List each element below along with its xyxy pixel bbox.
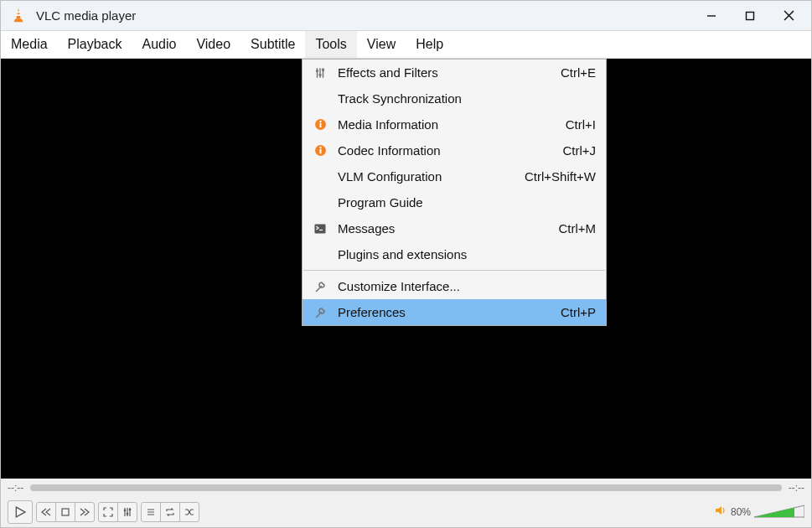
dropdown-separator (303, 270, 605, 271)
menu-item-plugins-and-extensions[interactable]: Plugins and extensions (303, 241, 606, 267)
sliders-icon (311, 67, 329, 79)
menu-item-effects-and-filters[interactable]: Effects and FiltersCtrl+E (303, 60, 606, 85)
speaker-icon[interactable] (714, 504, 727, 520)
maximize-button[interactable] (731, 3, 769, 28)
menu-item-label: VLM Configuration (338, 169, 525, 184)
info-icon (311, 144, 329, 157)
extended-settings-button[interactable] (118, 503, 137, 521)
close-button[interactable] (769, 3, 808, 28)
terminal-icon (311, 224, 329, 234)
menu-item-preferences[interactable]: PreferencesCtrl+P (303, 299, 606, 325)
volume-control: 80% (714, 504, 804, 520)
seek-slider[interactable] (30, 484, 781, 491)
menu-item-codec-information[interactable]: Codec InformationCtrl+J (303, 137, 606, 163)
menu-subtitle[interactable]: Subtitle (240, 31, 305, 58)
menu-item-vlm-configuration[interactable]: VLM ConfigurationCtrl+Shift+W (303, 163, 606, 189)
play-button[interactable] (8, 501, 32, 523)
vlc-cone-icon (9, 7, 28, 25)
video-area: Effects and FiltersCtrl+ETrack Synchroni… (1, 59, 811, 479)
menu-item-label: Customize Interface... (338, 279, 596, 293)
menu-item-label: Track Synchronization (338, 91, 596, 106)
info-icon (311, 118, 329, 131)
menu-tools[interactable]: Tools (305, 31, 356, 58)
svg-rect-13 (319, 149, 321, 153)
menu-item-shortcut: Ctrl+I (566, 117, 596, 132)
svg-point-7 (318, 73, 321, 75)
svg-point-6 (316, 70, 318, 72)
loop-button[interactable] (161, 503, 179, 521)
controls-bar: 80% (1, 497, 811, 527)
menu-item-label: Codec Information (338, 143, 562, 158)
app-window: VLC media player MediaPlaybackAudioVideo… (0, 0, 812, 528)
elapsed-time: --:-- (8, 482, 23, 494)
svg-point-14 (319, 147, 321, 148)
svg-rect-1 (17, 14, 21, 16)
svg-rect-15 (315, 224, 326, 233)
menu-view[interactable]: View (357, 31, 406, 58)
stop-button[interactable] (56, 503, 75, 521)
remaining-time: --:-- (789, 482, 804, 494)
menu-item-shortcut: Ctrl+P (561, 305, 596, 319)
menu-playback[interactable]: Playback (58, 31, 132, 58)
volume-slider[interactable] (754, 504, 804, 520)
menu-item-program-guide[interactable]: Program Guide (303, 189, 606, 215)
svg-rect-3 (747, 12, 754, 19)
menu-item-shortcut: Ctrl+J (562, 143, 596, 158)
window-title: VLC media player (36, 8, 692, 23)
menu-item-shortcut: Ctrl+M (558, 221, 596, 236)
playlist-button[interactable] (142, 503, 160, 521)
wrench-icon (311, 307, 329, 318)
menu-item-track-synchronization[interactable]: Track Synchronization (303, 85, 606, 111)
menu-item-label: Messages (338, 221, 558, 236)
previous-button[interactable] (37, 503, 55, 521)
menu-item-media-information[interactable]: Media InformationCtrl+I (303, 111, 606, 137)
shuffle-button[interactable] (180, 503, 199, 521)
svg-rect-0 (17, 11, 20, 13)
menu-item-label: Media Information (338, 117, 566, 132)
svg-rect-10 (319, 123, 321, 127)
menu-media[interactable]: Media (1, 31, 58, 58)
next-button[interactable] (75, 503, 94, 521)
menu-item-messages[interactable]: MessagesCtrl+M (303, 215, 606, 241)
menu-video[interactable]: Video (186, 31, 240, 58)
minimize-button[interactable] (692, 3, 731, 28)
svg-point-8 (322, 68, 324, 70)
menu-item-shortcut: Ctrl+E (561, 65, 596, 80)
seek-bar-row: --:-- --:-- (1, 479, 811, 497)
svg-point-11 (319, 121, 321, 122)
wrench-icon (311, 281, 329, 292)
svg-point-20 (129, 509, 132, 511)
menu-item-shortcut: Ctrl+Shift+W (525, 169, 596, 184)
menu-item-customize-interface[interactable]: Customize Interface... (303, 273, 606, 299)
volume-percent: 80% (731, 506, 751, 518)
window-controls (692, 3, 808, 28)
svg-rect-17 (62, 509, 69, 515)
menu-item-label: Plugins and extensions (338, 247, 596, 261)
title-bar: VLC media player (1, 1, 811, 31)
fullscreen-button[interactable] (99, 503, 117, 521)
menu-audio[interactable]: Audio (132, 31, 187, 58)
menu-help[interactable]: Help (406, 31, 453, 58)
svg-point-18 (124, 510, 127, 512)
menu-item-label: Program Guide (338, 195, 596, 210)
svg-point-19 (127, 513, 129, 515)
tools-dropdown: Effects and FiltersCtrl+ETrack Synchroni… (302, 59, 607, 326)
menu-item-label: Effects and Filters (338, 65, 561, 80)
menu-item-label: Preferences (338, 305, 561, 319)
menu-bar: MediaPlaybackAudioVideoSubtitleToolsView… (1, 31, 811, 59)
